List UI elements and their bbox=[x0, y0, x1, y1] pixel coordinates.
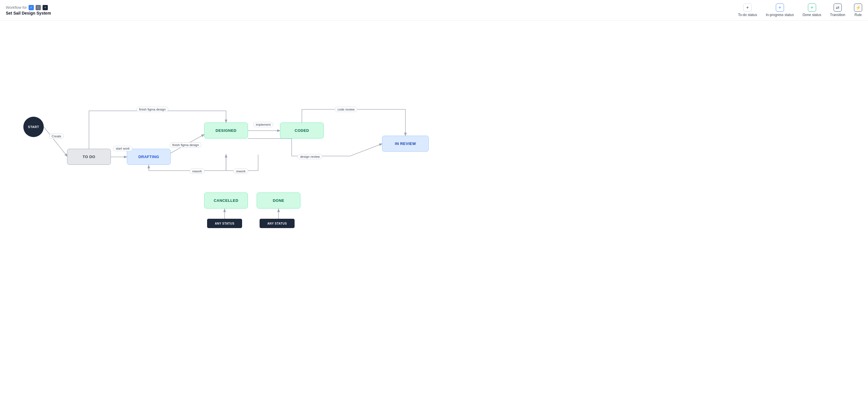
checkbox-icon: ✓ bbox=[29, 5, 34, 10]
create-label[interactable]: Create bbox=[49, 133, 64, 139]
code-review-label[interactable]: code review bbox=[335, 107, 357, 112]
done-node[interactable]: DONE bbox=[257, 192, 301, 209]
drafting-node[interactable]: DRAFTING bbox=[127, 149, 170, 165]
rule-icon[interactable]: ⚡ bbox=[854, 3, 862, 12]
plus-icon: + bbox=[42, 5, 48, 10]
finish-figma-design-1-label[interactable]: finish figma design bbox=[136, 107, 168, 112]
todo-status-label: To-do status bbox=[738, 13, 757, 17]
inprogress-status-icon[interactable]: + bbox=[776, 3, 784, 12]
header-toolbar: + To-do status + In-progress status + Do… bbox=[738, 3, 862, 17]
designed-node[interactable]: DESIGNED bbox=[204, 122, 248, 139]
done-status-icon[interactable]: + bbox=[808, 3, 816, 12]
rework-2-label[interactable]: rework bbox=[233, 169, 248, 174]
todo-status-button[interactable]: + To-do status bbox=[738, 3, 757, 17]
done-status-button[interactable]: + Done status bbox=[803, 3, 822, 17]
inprogress-status-button[interactable]: + In-progress status bbox=[766, 3, 794, 17]
doc-icon: □ bbox=[36, 5, 41, 10]
cancelled-node[interactable]: CANCELLED bbox=[204, 192, 248, 209]
transition-label: Transition bbox=[830, 13, 845, 17]
rule-button[interactable]: ⚡ Rule bbox=[854, 3, 862, 17]
implement-label[interactable]: implement bbox=[253, 122, 273, 127]
workflow-title: Set Sail Design System bbox=[6, 11, 51, 16]
done-status-label: Done status bbox=[803, 13, 822, 17]
todo-status-icon[interactable]: + bbox=[743, 3, 752, 12]
design-review-label[interactable]: design review bbox=[298, 154, 322, 159]
header: Workflow for ✓ □ + Set Sail Design Syste… bbox=[0, 0, 868, 21]
coded-node[interactable]: CODED bbox=[280, 122, 324, 139]
workflow-for: Workflow for ✓ □ + bbox=[6, 5, 51, 10]
start-node[interactable]: START bbox=[23, 117, 44, 137]
any-status-1-node[interactable]: ANY STATUS bbox=[207, 219, 242, 228]
start-work-label[interactable]: start work bbox=[113, 146, 132, 151]
in-review-node[interactable]: IN REVIEW bbox=[382, 136, 429, 152]
rule-label: Rule bbox=[855, 13, 862, 17]
svg-line-1 bbox=[44, 127, 68, 157]
workflow-for-label: Workflow for bbox=[6, 5, 27, 10]
todo-node[interactable]: TO DO bbox=[67, 149, 111, 165]
transition-icon[interactable]: ⇄ bbox=[834, 3, 842, 12]
header-left: Workflow for ✓ □ + Set Sail Design Syste… bbox=[6, 5, 51, 16]
workflow-canvas[interactable]: START TO DO DRAFTING DESIGNED CODED IN R… bbox=[0, 21, 868, 420]
transition-button[interactable]: ⇄ Transition bbox=[830, 3, 845, 17]
workflow-arrows bbox=[0, 21, 868, 420]
finish-figma-design-2-label[interactable]: finish figma design bbox=[170, 142, 202, 148]
rework-1-label[interactable]: rework bbox=[190, 169, 205, 174]
inprogress-status-label: In-progress status bbox=[766, 13, 794, 17]
any-status-2-node[interactable]: ANY STATUS bbox=[259, 219, 294, 228]
